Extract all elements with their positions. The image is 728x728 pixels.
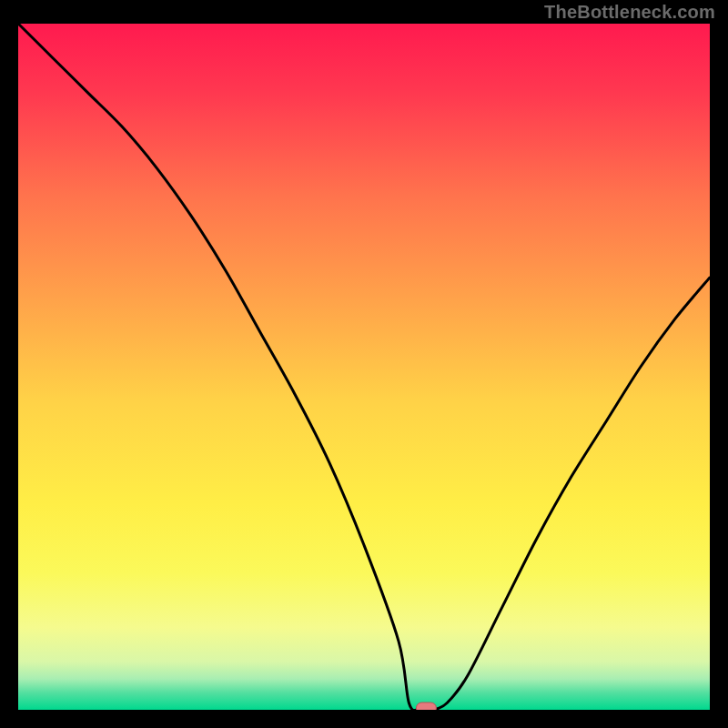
plot-area [18,24,710,710]
bottleneck-curve [18,24,710,710]
chart-frame: TheBottleneck.com [0,0,728,728]
watermark-text: TheBottleneck.com [544,2,715,23]
chart-svg [18,24,710,710]
optimal-point-marker [416,703,436,710]
